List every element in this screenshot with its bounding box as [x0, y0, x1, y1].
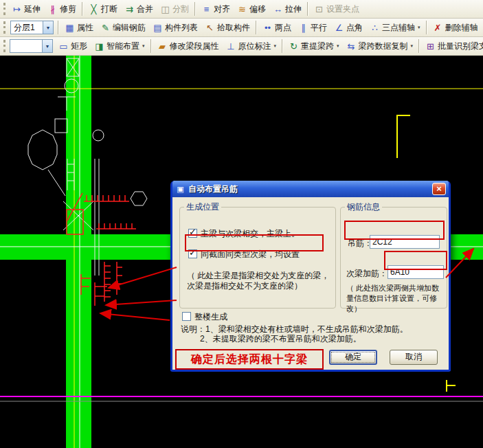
toolbar-separator	[256, 21, 257, 34]
toolbar-button-label: 拾取构件	[217, 22, 250, 34]
check-icon: ✓	[189, 247, 196, 258]
group-rebar-info: 钢筋信息 吊筋： 次梁加筋： （ 此处指次梁两侧共增加数量信息数目计算设置，可修…	[340, 201, 447, 309]
span-data-copy-icon: ⇆	[346, 41, 357, 52]
checkbox-main-secondary[interactable]: ✓	[188, 229, 197, 238]
toolbar-button-rectangle[interactable]: ▭矩形	[55, 38, 91, 54]
ok-button[interactable]: 确定	[329, 350, 377, 365]
toolbar-button-smart-layout[interactable]: ◨智能布置▾	[91, 38, 148, 54]
toolbar-button-label: 修改梁段属性	[170, 41, 219, 52]
note-rebar: （ 此处指次梁两侧共增加数量信息数目计算设置，可修改）	[346, 283, 444, 314]
dialog-icon: ▣	[175, 185, 186, 194]
toolbar-button-edit-rebar[interactable]: ✎编辑钢筋	[97, 20, 149, 35]
close-icon[interactable]: ×	[432, 183, 446, 195]
group-generation-position: 生成位置 ✓ 主梁与次梁相交，主梁上。 ✓ 同截面同类型次梁，均设置 （ 此处主…	[179, 201, 336, 309]
toolbar-button-label: 梁跨数据复制	[359, 41, 408, 52]
toolbar-row-2: 分层1 ▼ ▦属性 ✎编辑钢筋 ▤构件列表 ↖拾取构件 ••两点 ∥平行 ∠点角…	[0, 19, 483, 37]
toolbar-button-grip-settings: ⊡设置夹点	[311, 1, 363, 16]
hanging-rebar-input[interactable]	[370, 235, 440, 249]
stretch-icon: ↔	[273, 4, 283, 14]
toolbar-button-label: 两点	[275, 22, 291, 34]
smart-layout-icon: ◨	[94, 41, 104, 52]
check-icon: ✓	[189, 227, 196, 237]
toolbar-button-delete-aux-axis[interactable]: ✗删除辅轴	[429, 20, 482, 35]
dropdown-arrow-icon[interactable]: ▾	[418, 25, 420, 30]
toolbar-button-offset[interactable]: ≋偏移	[234, 1, 269, 16]
toolbar-button-label: 矩形	[71, 41, 87, 52]
toolbar-button-align[interactable]: ≡对齐	[198, 1, 234, 16]
toolbar-button-properties[interactable]: ▦属性	[61, 20, 97, 35]
dropdown-arrow-icon[interactable]: ▾	[274, 43, 277, 49]
toolbar-button-label: 智能布置	[106, 41, 139, 52]
point-angle-icon: ∠	[334, 23, 344, 33]
toolbar-button-break[interactable]: ╳打断	[85, 1, 121, 16]
toolbar-button-split: ◫分割	[157, 1, 192, 16]
properties-icon: ▦	[65, 23, 75, 33]
toolbar-button-label: 点角	[346, 22, 363, 34]
chevron-down-icon[interactable]: ▼	[43, 21, 53, 34]
dialog-body: 生成位置 ✓ 主梁与次梁相交，主梁上。 ✓ 同截面同类型次梁，均设置 （ 此处主…	[172, 197, 449, 370]
toolbar-separator	[150, 39, 152, 53]
pick-component-icon: ↖	[205, 23, 215, 33]
break-icon: ╳	[89, 4, 99, 14]
toolbar-separator	[282, 39, 283, 53]
color-combo[interactable]: ▼	[10, 39, 53, 53]
toolbar-button-label: 偏移	[249, 3, 266, 15]
toolbar-button-extend[interactable]: ↦延伸	[8, 1, 44, 16]
dropdown-arrow-icon[interactable]: ▾	[142, 43, 145, 49]
checkbox-same-section-label: 同截面同类型次梁，均设置	[201, 249, 300, 260]
dialog-title: 自动布置吊筋	[188, 183, 429, 195]
toolbar-button-label: 重提梁跨	[301, 41, 334, 52]
merge-icon: ⇉	[124, 4, 135, 14]
toolbar-separator	[426, 21, 427, 34]
checkbox-same-section-row[interactable]: ✓ 同截面同类型次梁，均设置	[188, 249, 300, 260]
split-icon: ◫	[160, 4, 170, 14]
checkbox-whole-building-row[interactable]: 整楼生成	[182, 311, 227, 323]
toolbar-row-1: ↦延伸 ∦修剪 ╳打断 ⇉合并 ◫分割 ≡对齐 ≋偏移 ↔拉伸 ⊡设置夹点	[0, 0, 483, 19]
toolbar-grip[interactable]	[3, 3, 6, 15]
layer-combo-value: 分层1	[11, 22, 43, 34]
toolbar-button-three-point-axis[interactable]: ∴三点辅轴▾	[366, 20, 424, 35]
toolbar-button-point-angle[interactable]: ∠点角	[330, 20, 366, 35]
toolbar-button-trim[interactable]: ∦修剪	[44, 1, 80, 16]
toolbar-button-insitu-annotation[interactable]: ⊥原位标注▾	[223, 38, 280, 54]
extend-icon: ↦	[12, 4, 22, 14]
chevron-down-icon[interactable]: ▼	[42, 40, 52, 52]
toolbar-separator	[194, 2, 196, 16]
toolbar-grip[interactable]	[3, 40, 5, 52]
toolbar-button-batch-identify-supports[interactable]: ⊞批量识别梁支座	[422, 38, 483, 54]
toolbar-button-label: 打断	[101, 3, 117, 15]
toolbar-button-span-data-copy[interactable]: ⇆梁跨数据复制▾	[343, 38, 417, 54]
layer-combo[interactable]: 分层1 ▼	[10, 21, 54, 34]
toolbar-button-two-point[interactable]: ••两点	[259, 20, 295, 35]
toolbar-button-modify-beam-properties[interactable]: ▰修改梁段属性	[154, 38, 223, 54]
toolbar-button-component-list[interactable]: ▤构件列表	[149, 20, 201, 35]
note-main-beam: （ 此处主梁是指梁相交处为支座的梁，次梁是指相交处不为支座的梁）	[187, 271, 330, 291]
toolbar-button-label: 删除辅轴	[445, 22, 478, 34]
toolbar-button-label: 构件列表	[165, 22, 198, 34]
checkbox-same-section[interactable]: ✓	[188, 249, 197, 258]
toolbar-button-reextract-span[interactable]: ↻重提梁跨▾	[285, 38, 343, 54]
component-list-icon: ▤	[153, 23, 163, 33]
dialog-titlebar[interactable]: ▣ 自动布置吊筋 ×	[172, 181, 449, 197]
toolbar-button-label: 编辑钢筋	[113, 22, 146, 34]
toolbar-button-label: 合并	[137, 3, 153, 15]
toolbar-separator	[307, 2, 308, 16]
edit-rebar-icon: ✎	[100, 23, 111, 33]
dropdown-arrow-icon[interactable]: ▾	[411, 43, 414, 49]
secondary-rebar-input[interactable]	[387, 265, 444, 279]
cancel-button[interactable]: 取消	[390, 350, 438, 365]
toolbar-separator	[418, 39, 420, 53]
toolbar-button-label: 对齐	[214, 3, 230, 15]
offset-icon: ≋	[237, 4, 247, 14]
modify-beam-icon: ▰	[157, 41, 168, 52]
checkbox-main-secondary-label: 主梁与次梁相交，主梁上。	[201, 228, 300, 240]
toolbar-button-pick-component[interactable]: ↖拾取构件	[201, 20, 254, 35]
toolbar-button-merge[interactable]: ⇉合并	[121, 1, 157, 16]
checkbox-main-secondary-row[interactable]: ✓ 主梁与次梁相交，主梁上。	[188, 228, 300, 240]
toolbar-button-parallel[interactable]: ∥平行	[295, 20, 330, 35]
toolbar-button-stretch[interactable]: ↔拉伸	[269, 1, 305, 16]
toolbar-grip[interactable]	[3, 21, 6, 34]
dropdown-arrow-icon[interactable]: ▾	[337, 43, 339, 49]
checkbox-whole-building[interactable]	[182, 312, 191, 321]
align-icon: ≡	[201, 4, 212, 14]
